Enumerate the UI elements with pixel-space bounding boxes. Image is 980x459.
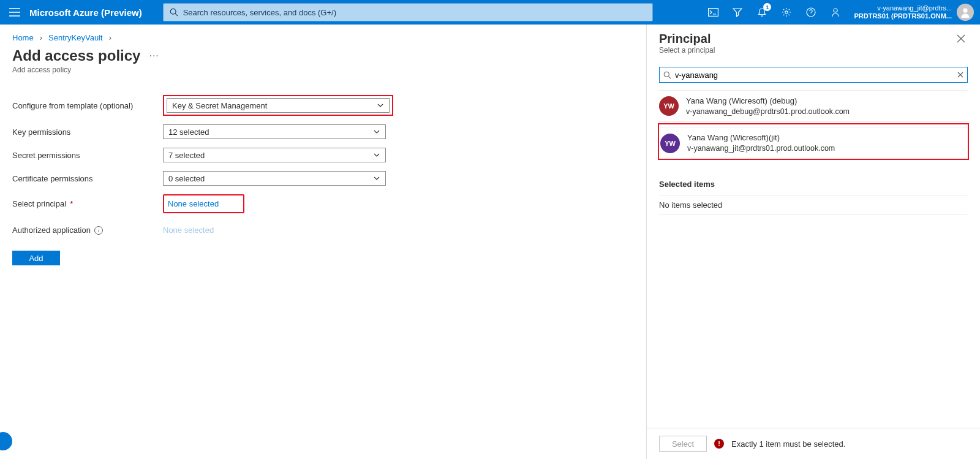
help-button[interactable] — [799, 0, 823, 25]
svg-point-5 — [834, 9, 837, 12]
svg-point-6 — [963, 9, 967, 13]
key-permissions-label: Key permissions — [12, 127, 163, 137]
help-icon — [806, 7, 816, 17]
key-permissions-dropdown[interactable]: 12 selected — [163, 124, 386, 139]
no-items-text: No items selected — [659, 195, 968, 215]
template-label: Configure from template (optional) — [12, 101, 163, 110]
close-icon — [957, 34, 965, 43]
close-panel-button[interactable] — [954, 32, 968, 47]
page-subtitle: Add access policy — [12, 66, 634, 74]
svg-point-3 — [785, 11, 788, 13]
breadcrumb-home[interactable]: Home — [12, 33, 34, 42]
error-icon: ! — [714, 439, 724, 449]
principal-search-input[interactable] — [675, 70, 954, 80]
principal-result[interactable]: YW Yana Wang (Wicresoft)(jit) v-yanawang… — [660, 127, 967, 158]
svg-point-0 — [170, 9, 176, 14]
chevron-right-icon: › — [40, 33, 42, 42]
panel-subtitle: Select a principal — [659, 46, 954, 55]
chevron-down-icon — [373, 175, 380, 182]
chevron-down-icon — [377, 102, 384, 109]
global-search-input[interactable] — [178, 8, 646, 17]
certificate-permissions-dropdown[interactable]: 0 selected — [163, 171, 386, 186]
selected-items-heading: Selected items — [659, 180, 968, 189]
close-icon — [957, 72, 963, 78]
authorized-application-link: None selected — [163, 226, 214, 235]
svg-point-7 — [664, 72, 669, 77]
support-bubble[interactable] — [0, 432, 12, 450]
notifications-button[interactable]: 1 — [750, 0, 774, 25]
highlight-result: YW Yana Wang (Wicresoft)(jit) v-yanawang… — [658, 123, 969, 159]
select-button[interactable]: Select — [659, 436, 707, 452]
settings-button[interactable] — [774, 0, 799, 25]
template-value: Key & Secret Management — [172, 101, 267, 110]
required-marker: * — [70, 199, 73, 208]
result-avatar: YW — [660, 134, 680, 153]
secret-permissions-value: 7 selected — [168, 151, 205, 160]
add-button[interactable]: Add — [12, 251, 60, 265]
shell: Home › SentryKeyVault › Add access polic… — [0, 25, 980, 459]
info-icon[interactable]: i — [94, 226, 103, 235]
top-bar: Microsoft Azure (Preview) 1 v-yanawang_j… — [0, 0, 980, 25]
select-principal-label: Select principal* — [12, 199, 163, 208]
chevron-down-icon — [373, 128, 380, 135]
panel-footer: Select ! Exactly 1 item must be selected… — [647, 428, 980, 459]
brand-label[interactable]: Microsoft Azure (Preview) — [29, 7, 157, 18]
certificate-permissions-value: 0 selected — [168, 174, 205, 183]
page-title: Add access policy — [12, 47, 140, 64]
breadcrumb: Home › SentryKeyVault › — [12, 33, 634, 42]
chevron-right-icon: › — [109, 33, 111, 42]
notifications-badge: 1 — [763, 3, 771, 11]
select-principal-link[interactable]: None selected — [168, 199, 219, 208]
gear-icon — [782, 7, 791, 17]
cloud-shell-button[interactable] — [701, 0, 725, 25]
account-tenant: PRDTRS01 (PRDTRS01.ONM... — [854, 12, 952, 20]
result-name: Yana Wang (Wicresoft) (debug) — [686, 96, 850, 107]
global-search[interactable] — [163, 3, 653, 21]
menu-button[interactable] — [0, 0, 29, 25]
result-avatar: YW — [659, 96, 679, 116]
avatar — [957, 4, 974, 21]
top-icons: 1 v-yanawang_jit@prdtrs... PRDTRS01 (PRD… — [701, 0, 980, 25]
certificate-permissions-label: Certificate permissions — [12, 174, 163, 183]
principal-results: YW Yana Wang (Wicresoft) (debug) v-yanaw… — [647, 88, 980, 161]
search-icon — [170, 8, 178, 17]
search-icon — [663, 71, 671, 79]
breadcrumb-vault[interactable]: SentryKeyVault — [48, 33, 103, 42]
secret-permissions-dropdown[interactable]: 7 selected — [163, 148, 386, 162]
secret-permissions-label: Secret permissions — [12, 151, 163, 160]
principal-search[interactable] — [659, 67, 968, 83]
result-email: v-yanawang_jit@prdtrs01.prod.outlook.com — [687, 143, 835, 154]
filter-icon — [733, 7, 742, 17]
principal-panel: Principal Select a principal YW Yana Wan… — [646, 25, 980, 459]
account-button[interactable]: v-yanawang_jit@prdtrs... PRDTRS01 (PRDTR… — [848, 0, 980, 25]
panel-title: Principal — [659, 32, 954, 46]
template-dropdown[interactable]: Key & Secret Management — [167, 98, 390, 113]
directory-filter-button[interactable] — [725, 0, 750, 25]
hamburger-icon — [9, 8, 20, 17]
person-icon — [960, 7, 971, 18]
error-text: Exactly 1 item must be selected. — [731, 439, 845, 449]
cloud-shell-icon — [708, 8, 718, 17]
svg-rect-2 — [709, 9, 718, 17]
svg-line-1 — [175, 13, 178, 16]
highlight-template: Key & Secret Management — [163, 95, 393, 116]
result-email: v-yanawang_debug@prdtrs01.prod.outlook.c… — [686, 107, 850, 117]
feedback-icon — [831, 7, 840, 17]
clear-search-button[interactable] — [957, 70, 963, 80]
principal-result[interactable]: YW Yana Wang (Wicresoft) (debug) v-yanaw… — [659, 90, 968, 122]
main-content: Home › SentryKeyVault › Add access polic… — [0, 25, 646, 459]
key-permissions-value: 12 selected — [168, 127, 209, 137]
chevron-down-icon — [373, 151, 380, 159]
authorized-application-label: Authorized application i — [12, 226, 163, 235]
account-email: v-yanawang_jit@prdtrs... — [854, 4, 952, 12]
more-button[interactable]: ··· — [149, 50, 159, 61]
svg-line-8 — [669, 76, 671, 78]
account-lines: v-yanawang_jit@prdtrs... PRDTRS01 (PRDTR… — [854, 4, 952, 20]
result-name: Yana Wang (Wicresoft)(jit) — [687, 132, 835, 143]
feedback-button[interactable] — [823, 0, 848, 25]
highlight-principal: None selected — [163, 194, 244, 213]
access-policy-form: Configure from template (optional) Key &… — [12, 95, 634, 265]
